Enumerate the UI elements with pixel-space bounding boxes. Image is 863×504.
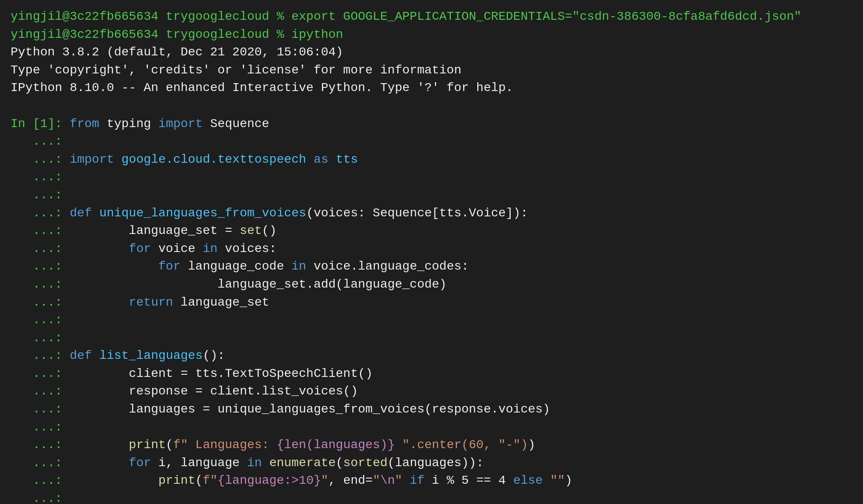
code-line-dots-5: ...: xyxy=(11,329,852,347)
code-line-langset: ...: language_set = set() xyxy=(11,222,852,240)
code-line-dots-6: ...: xyxy=(11,419,852,437)
code-line-return: ...: return language_set xyxy=(11,294,852,312)
code-line-client: ...: client = tts.TextToSpeechClient() xyxy=(11,365,852,383)
code-line-in1: In [1]: from typing import Sequence xyxy=(11,115,852,133)
code-line-add: ...: language_set.add(language_code) xyxy=(11,276,852,294)
code-line-for-enum: ...: for i, language in enumerate(sorted… xyxy=(11,454,852,472)
code-line-dots-3: ...: xyxy=(11,186,852,205)
code-line-for-langcode: ...: for language_code in voice.language… xyxy=(11,258,852,276)
code-line-print1: ...: print(f" Languages: {len(languages)… xyxy=(11,436,852,454)
code-line-def1: ...: def unique_languages_from_voices(vo… xyxy=(11,205,852,223)
code-line-dots-1: ...: xyxy=(11,133,852,151)
ipython-launch-line: yingjil@3c22fb665634 trygooglecloud % ip… xyxy=(11,26,852,44)
ipython-version-line: IPython 8.10.0 -- An enhanced Interactiv… xyxy=(11,79,852,97)
python-version-line: Python 3.8.2 (default, Dec 21 2020, 15:0… xyxy=(11,44,852,62)
export-line: yingjil@3c22fb665634 trygooglecloud % ex… xyxy=(11,8,852,26)
terminal: yingjil@3c22fb665634 trygooglecloud % ex… xyxy=(0,0,863,504)
code-line-for-voice: ...: for voice in voices: xyxy=(11,240,852,258)
code-line-response: ...: response = client.list_voices() xyxy=(11,383,852,401)
code-line-dots-7: ...: xyxy=(11,490,852,504)
code-line-import: ...: import google.cloud.texttospeech as… xyxy=(11,151,852,169)
code-line-dots-4: ...: xyxy=(11,311,852,329)
code-line-print2: ...: print(f"{language:>10}", end="\n" i… xyxy=(11,472,852,490)
blank-line-1 xyxy=(11,97,852,115)
code-line-def2: ...: def list_languages(): xyxy=(11,347,852,365)
copyright-line: Type 'copyright', 'credits' or 'license'… xyxy=(11,62,852,80)
code-line-languages: ...: languages = unique_languages_from_v… xyxy=(11,401,852,419)
code-line-dots-2: ...: xyxy=(11,168,852,186)
